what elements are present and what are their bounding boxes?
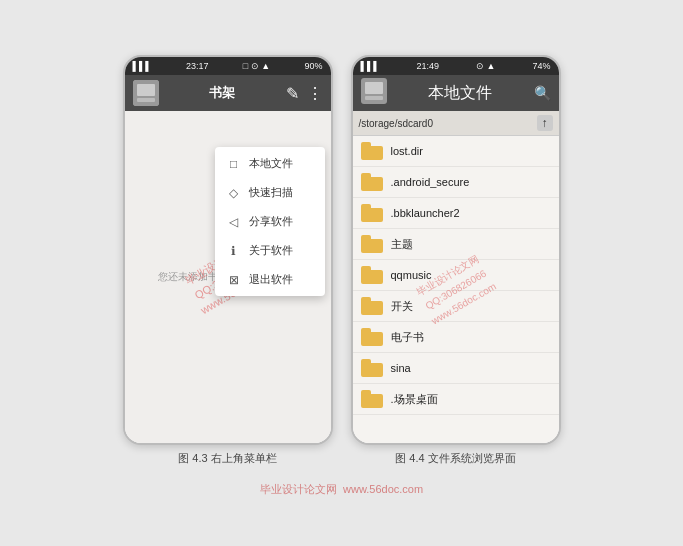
file-name: .场景桌面	[391, 392, 438, 407]
dropdown-about[interactable]: ℹ 关于软件	[215, 236, 325, 265]
phone1-title: 书架	[209, 84, 235, 102]
phone1-time: 23:17	[186, 61, 209, 71]
phone2-time: 21:49	[417, 61, 440, 71]
phone1-avatar	[133, 80, 159, 106]
main-container: ▌▌▌ 23:17 □ ⊙ ▲ 90% 书架 ✎ ⋮	[103, 45, 581, 476]
file-item-switch[interactable]: 开关	[353, 291, 559, 322]
folder-icon	[361, 266, 383, 284]
dropdown-local-files-label: 本地文件	[249, 156, 293, 171]
phone1-status-bar: ▌▌▌ 23:17 □ ⊙ ▲ 90%	[125, 57, 331, 75]
file-item-scene-desktop[interactable]: .场景桌面	[353, 384, 559, 415]
phone1-battery: 90%	[304, 61, 322, 71]
phone2-caption: 图 4.4 文件系统浏览界面	[395, 451, 515, 466]
edit-icon[interactable]: ✎	[286, 84, 299, 103]
folder-icon	[361, 359, 383, 377]
file-item-theme[interactable]: 主题	[353, 229, 559, 260]
file-item-qqmusic[interactable]: qqmusic	[353, 260, 559, 291]
file-name: 主题	[391, 237, 413, 252]
phone2-battery-icons: ⊙ ▲	[476, 61, 495, 71]
svg-rect-1	[137, 84, 155, 96]
phone1-signal: ▌▌▌	[133, 61, 152, 71]
file-name: sina	[391, 362, 411, 374]
file-name: .android_secure	[391, 176, 470, 188]
path-text: /storage/sdcard0	[359, 118, 434, 129]
phone1-wrapper: ▌▌▌ 23:17 □ ⊙ ▲ 90% 书架 ✎ ⋮	[123, 55, 333, 466]
search-icon[interactable]: 🔍	[534, 85, 551, 101]
file-name: qqmusic	[391, 269, 432, 281]
file-item-lostdir[interactable]: lost.dir	[353, 136, 559, 167]
folder-icon	[361, 142, 383, 160]
dropdown-quick-scan[interactable]: ◇ 快速扫描	[215, 178, 325, 207]
file-item-sina[interactable]: sina	[353, 353, 559, 384]
file-name: 电子书	[391, 330, 424, 345]
phone2-header: 本地文件 🔍	[353, 75, 559, 111]
svg-rect-2	[137, 98, 155, 102]
phone1: ▌▌▌ 23:17 □ ⊙ ▲ 90% 书架 ✎ ⋮	[123, 55, 333, 445]
folder-icon	[361, 235, 383, 253]
folder-icon	[361, 390, 383, 408]
file-name: lost.dir	[391, 145, 423, 157]
phone2-signal: ▌▌▌	[361, 61, 380, 71]
folder-icon	[361, 204, 383, 222]
quick-scan-icon: ◇	[227, 186, 241, 200]
phone1-content: 毕业设计论文网 QQ:306826066 www.56doc.com 您还未添加…	[125, 111, 331, 443]
up-arrow-button[interactable]: ↑	[537, 115, 553, 131]
phone2-avatar	[361, 78, 387, 108]
dropdown-about-label: 关于软件	[249, 243, 293, 258]
folder-icon	[361, 328, 383, 346]
dropdown-exit[interactable]: ⊠ 退出软件	[215, 265, 325, 294]
phone2-title: 本地文件	[428, 83, 492, 104]
phone1-caption: 图 4.3 右上角菜单栏	[178, 451, 276, 466]
dropdown-quick-scan-label: 快速扫描	[249, 185, 293, 200]
file-name: .bbklauncher2	[391, 207, 460, 219]
file-name: 开关	[391, 299, 413, 314]
file-list: 毕业设计论文网 QQ:306826066 www.56doc.com lost.…	[353, 136, 559, 443]
phone1-battery-icons: □ ⊙ ▲	[243, 61, 270, 71]
svg-rect-4	[365, 82, 383, 94]
path-bar: /storage/sdcard0 ↑	[353, 111, 559, 136]
phone1-header-icons: ✎ ⋮	[286, 84, 323, 103]
dropdown-menu[interactable]: □ 本地文件 ◇ 快速扫描 ◁ 分享软件 ℹ 关于软件	[215, 147, 325, 296]
file-item-ebook[interactable]: 电子书	[353, 322, 559, 353]
exit-icon: ⊠	[227, 273, 241, 287]
dropdown-local-files[interactable]: □ 本地文件	[215, 149, 325, 178]
more-icon[interactable]: ⋮	[307, 84, 323, 103]
file-item-android-secure[interactable]: .android_secure	[353, 167, 559, 198]
phone1-header: 书架 ✎ ⋮	[125, 75, 331, 111]
dropdown-share-label: 分享软件	[249, 214, 293, 229]
about-icon: ℹ	[227, 244, 241, 258]
phone2: ▌▌▌ 21:49 ⊙ ▲ 74% 本地文件 🔍 /stor	[351, 55, 561, 445]
phone2-status-bar: ▌▌▌ 21:49 ⊙ ▲ 74%	[353, 57, 559, 75]
phone2-battery: 74%	[532, 61, 550, 71]
local-files-icon: □	[227, 157, 241, 171]
folder-icon	[361, 173, 383, 191]
folder-icon	[361, 297, 383, 315]
svg-rect-5	[365, 96, 383, 100]
phone2-wrapper: ▌▌▌ 21:49 ⊙ ▲ 74% 本地文件 🔍 /stor	[351, 55, 561, 466]
share-icon: ◁	[227, 215, 241, 229]
dropdown-exit-label: 退出软件	[249, 272, 293, 287]
dropdown-share-software[interactable]: ◁ 分享软件	[215, 207, 325, 236]
file-item-bbklauncher[interactable]: .bbklauncher2	[353, 198, 559, 229]
bottom-watermark: 毕业设计论文网 www.56doc.com	[0, 482, 683, 501]
